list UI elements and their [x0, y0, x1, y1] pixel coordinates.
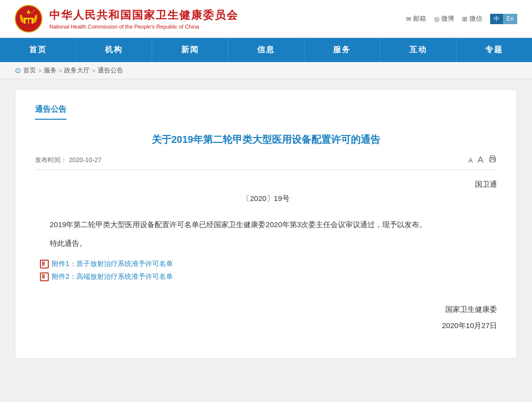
nav-item-info[interactable]: 信息 — [228, 38, 304, 62]
lang-cn-button[interactable]: 中 — [490, 14, 503, 24]
header-utilities: ✉ 邮箱 ◎ 微博 ⊞ 微信 中 En — [406, 14, 517, 24]
weibo-icon: ◎ — [434, 15, 439, 23]
weixin-link[interactable]: ⊞ 微信 — [462, 14, 482, 23]
article-tools: A A — [468, 155, 497, 166]
header-branding: 中华人民共和国国家卫生健康委员会 National Health Commiss… — [15, 5, 238, 33]
nav-item-special[interactable]: 专题 — [457, 38, 532, 62]
attachment-link-2[interactable]: 附件2：高端放射治疗系统准予许可名单 — [52, 272, 173, 281]
nav-item-org[interactable]: 机构 — [76, 38, 152, 62]
svg-rect-3 — [26, 19, 28, 24]
attachment-item-1: 附件1：质子放射治疗系统准予许可名单 — [40, 260, 497, 268]
nav-item-interact[interactable]: 互动 — [380, 38, 456, 62]
doc-number: 〔2020〕19号 — [35, 194, 497, 203]
font-small-button[interactable]: A — [468, 157, 473, 164]
svg-point-14 — [494, 159, 495, 160]
weibo-link[interactable]: ◎ 微博 — [434, 14, 454, 23]
site-title-cn: 中华人民共和国国家卫生健康委员会 — [49, 8, 238, 23]
printer-icon — [488, 155, 497, 164]
footer-date: 2020年10月27日 — [35, 317, 497, 334]
weibo-label: 微博 — [441, 14, 454, 23]
attachment-link-1[interactable]: 附件1：质子放射治疗系统准予许可名单 — [52, 260, 173, 268]
weixin-label: 微信 — [469, 14, 482, 23]
site-title-en: National Health Commission of the People… — [49, 24, 238, 30]
meta-divider — [35, 169, 497, 170]
content-card: 通告公告 关于2019年第二轮甲类大型医用设备配置许可的通告 发布时间： 202… — [15, 89, 517, 359]
publish-date: 2020-10-27 — [69, 156, 102, 164]
publish-label: 发布时间： — [35, 156, 67, 164]
breadcrumb-sep-1: > — [38, 67, 42, 74]
article-footer: 国家卫生健康委 2020年10月27日 — [35, 301, 497, 334]
breadcrumb-sep-2: > — [59, 67, 63, 74]
attachment-icon-1 — [40, 260, 49, 268]
weixin-icon: ⊞ — [462, 15, 467, 23]
article-body: 2019年第二轮甲类大型医用设备配置许可名单已经国家卫生健康委2020年第3次委… — [35, 217, 497, 251]
svg-rect-12 — [491, 160, 495, 162]
breadcrumb-hall[interactable]: 政务大厅 — [64, 66, 90, 75]
svg-rect-2 — [24, 18, 33, 24]
article-title: 关于2019年第二轮甲类大型医用设备配置许可的通告 — [35, 132, 497, 147]
publish-info: 发布时间： 2020-10-27 — [35, 156, 101, 165]
location-icon: ⊙ — [15, 66, 21, 75]
body-paragraph-1: 2019年第二轮甲类大型医用设备配置许可名单已经国家卫生健康委2020年第3次委… — [35, 217, 497, 232]
breadcrumb-service[interactable]: 服务 — [44, 66, 57, 75]
print-button[interactable] — [488, 155, 497, 166]
nav-item-service[interactable]: 服务 — [304, 38, 380, 62]
attachment-item-2: 附件2：高端放射治疗系统准予许可名单 — [40, 272, 497, 281]
mail-icon: ✉ — [406, 15, 411, 23]
nav-item-news[interactable]: 新闻 — [152, 38, 228, 62]
breadcrumb-current: 通告公告 — [98, 66, 123, 75]
svg-rect-4 — [29, 19, 32, 24]
site-title-block: 中华人民共和国国家卫生健康委员会 National Health Commiss… — [49, 8, 238, 30]
main-wrapper: 通告公告 关于2019年第二轮甲类大型医用设备配置许可的通告 发布时间： 202… — [0, 79, 532, 368]
breadcrumb-home[interactable]: 首页 — [23, 66, 36, 75]
page-header: 中华人民共和国国家卫生健康委员会 National Health Commiss… — [0, 0, 532, 38]
footer-org: 国家卫生健康委 — [35, 301, 497, 317]
nav-item-home[interactable]: 首页 — [0, 38, 76, 62]
language-switcher[interactable]: 中 En — [490, 14, 517, 24]
body-paragraph-2: 特此通告。 — [35, 236, 497, 251]
font-large-button[interactable]: A — [478, 155, 483, 165]
lang-en-button[interactable]: En — [503, 14, 517, 24]
article-meta: 发布时间： 2020-10-27 A A — [35, 155, 497, 166]
national-emblem — [15, 5, 42, 33]
breadcrumb-sep-3: > — [92, 67, 96, 74]
breadcrumb: ⊙ 首页 > 服务 > 政务大厅 > 通告公告 — [0, 62, 532, 79]
attachment-icon-2 — [40, 272, 49, 281]
email-link[interactable]: ✉ 邮箱 — [406, 14, 426, 23]
main-nav: 首页 机构 新闻 信息 服务 互动 专题 — [0, 38, 532, 62]
attachment-list: 附件1：质子放射治疗系统准予许可名单 附件2：高端放射治疗系统准予许可名单 — [35, 260, 497, 281]
section-title: 通告公告 — [35, 104, 66, 120]
doc-origin: 国卫通 — [35, 180, 497, 189]
email-label: 邮箱 — [413, 14, 426, 23]
